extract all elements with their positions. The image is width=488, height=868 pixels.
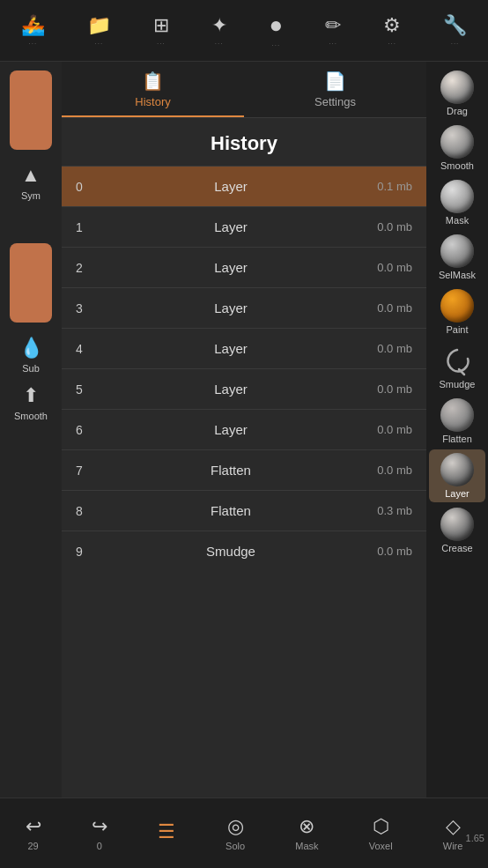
tool-mask[interactable]: Mask: [429, 176, 485, 229]
toolbar-pen[interactable]: ✏ ···: [325, 14, 341, 48]
row-number: 2: [76, 261, 102, 275]
tab-settings[interactable]: 📄 Settings: [244, 62, 426, 117]
table-row[interactable]: 9 Smudge 0.0 mb: [62, 530, 426, 571]
mask-button[interactable]: ⊗ Mask: [295, 815, 318, 851]
mask-bottom-icon: ⊗: [299, 815, 314, 838]
row-number: 3: [76, 301, 102, 315]
smudge-label: Smudge: [440, 379, 476, 389]
sym-icon: ▲: [21, 164, 41, 187]
row-size: 0.0 mb: [359, 382, 412, 396]
bottom-toolbar: ↩ 29 ↪ 0 ☰ ◎ Solo ⊗ Mask ⬡ Voxel ◇ Wire: [0, 798, 488, 868]
smooth-button[interactable]: ⬆ Smooth: [14, 384, 48, 421]
voxel-label: Voxel: [369, 841, 393, 851]
wire-icon: ◇: [446, 815, 461, 838]
row-size: 0.0 mb: [359, 220, 412, 234]
mask-label: Mask: [446, 215, 469, 226]
paint-sphere: [440, 289, 474, 323]
row-name: Layer: [102, 219, 359, 234]
toolbar-grid[interactable]: ⊞ ···: [153, 14, 169, 48]
table-row[interactable]: 6 Layer 0.0 mb: [62, 409, 426, 449]
row-size: 0.0 mb: [359, 261, 412, 274]
table-row[interactable]: 8 Flatten 0.3 mb: [62, 490, 426, 530]
solo-button[interactable]: ◎ Solo: [226, 815, 245, 851]
table-row[interactable]: 4 Layer 0.0 mb: [62, 328, 426, 368]
toolbar-light[interactable]: ✦ ···: [211, 14, 227, 48]
pen-icon: ✏: [325, 14, 341, 37]
crease-sphere: [440, 508, 474, 541]
tool-selmask[interactable]: SelMask: [429, 231, 485, 284]
toolbar-folder[interactable]: 📁 ···: [87, 14, 111, 48]
settings-tab-label: Settings: [314, 95, 356, 108]
toolbar-sphere[interactable]: ● ···: [270, 11, 284, 49]
mask-sphere: [440, 180, 474, 213]
tab-history[interactable]: 📋 History: [62, 62, 244, 117]
row-number: 7: [76, 464, 102, 478]
crease-label: Crease: [441, 543, 472, 553]
top-toolbar: 🚣 ··· 📁 ··· ⊞ ··· ✦ ··· ● ··· ✏ ··· ⚙ ··…: [0, 0, 488, 62]
table-row[interactable]: 7 Flatten 0.0 mb: [62, 449, 426, 490]
row-size: 0.0 mb: [359, 545, 412, 558]
redo-count: 0: [97, 841, 102, 851]
wire-label: Wire: [443, 841, 463, 851]
table-row[interactable]: 2 Layer 0.0 mb: [62, 247, 426, 287]
version-badge: 1.65: [466, 833, 484, 843]
tool-smooth[interactable]: Smooth: [429, 122, 485, 174]
redo-icon: ↪: [92, 815, 107, 838]
redo-button[interactable]: ↪ 0: [92, 815, 107, 851]
smudge-icon: [440, 344, 474, 377]
row-size: 0.3 mb: [359, 504, 412, 517]
history-content[interactable]: History 0 Layer 0.1 mb 1 Layer 0.0 mb 2 …: [62, 118, 426, 798]
undo-icon: ↩: [26, 815, 41, 838]
row-name: Layer: [102, 341, 359, 356]
settings-tab-icon: 📄: [324, 70, 346, 92]
solo-label: Solo: [226, 841, 245, 851]
toolbar-wrench[interactable]: 🔧 ···: [443, 14, 467, 48]
history-tab-icon: 📋: [142, 70, 164, 92]
smooth-label: Smooth: [14, 411, 48, 421]
tool-icon: 🚣: [21, 14, 45, 37]
wrench-icon: 🔧: [443, 14, 467, 37]
history-tab-label: History: [135, 95, 170, 108]
tool-paint[interactable]: Paint: [429, 286, 485, 338]
tool-crease[interactable]: Crease: [429, 504, 485, 557]
menu-button[interactable]: ☰: [158, 820, 175, 846]
row-name: Layer: [102, 179, 359, 194]
tool-smudge[interactable]: Smudge: [429, 340, 485, 393]
tool-flatten[interactable]: Flatten: [429, 395, 485, 448]
history-title: History: [62, 118, 426, 166]
sub-button[interactable]: 💧 Sub: [19, 337, 43, 374]
sym-button[interactable]: ▲ Sym: [21, 164, 41, 201]
tool-drag[interactable]: Drag: [429, 67, 485, 120]
flatten-sphere: [440, 398, 474, 432]
left-button-top[interactable]: [10, 70, 52, 150]
row-number: 6: [76, 423, 102, 437]
toolbar-settings[interactable]: ⚙ ···: [383, 14, 401, 48]
wire-button[interactable]: ◇ Wire: [443, 815, 463, 851]
voxel-button[interactable]: ⬡ Voxel: [369, 815, 393, 851]
tool-layer[interactable]: Layer: [429, 449, 485, 502]
left-button-mid[interactable]: [10, 243, 52, 323]
grid-icon: ⊞: [153, 14, 169, 37]
smooth-sphere: [440, 125, 474, 159]
undo-count: 29: [27, 841, 38, 851]
table-row[interactable]: 3 Layer 0.0 mb: [62, 287, 426, 328]
folder-icon: 📁: [87, 14, 111, 37]
table-row[interactable]: 1 Layer 0.0 mb: [62, 206, 426, 247]
drag-label: Drag: [447, 106, 468, 116]
table-row[interactable]: 0 Layer 0.1 mb: [62, 166, 426, 206]
row-name: Layer: [102, 382, 359, 397]
voxel-icon: ⬡: [373, 815, 389, 838]
selmask-sphere: [440, 234, 474, 268]
menu-icon: ☰: [158, 820, 175, 843]
layer-label: Layer: [445, 488, 470, 499]
row-number: 9: [76, 545, 102, 559]
toolbar-tool[interactable]: 🚣 ···: [21, 14, 45, 48]
row-size: 0.1 mb: [359, 180, 412, 193]
undo-button[interactable]: ↩ 29: [26, 815, 41, 851]
row-name: Layer: [102, 422, 359, 437]
selmask-label: SelMask: [439, 270, 476, 280]
drag-sphere: [440, 70, 474, 104]
table-row[interactable]: 5 Layer 0.0 mb: [62, 368, 426, 409]
smooth-label: Smooth: [440, 160, 474, 171]
smooth-icon: ⬆: [23, 384, 39, 407]
